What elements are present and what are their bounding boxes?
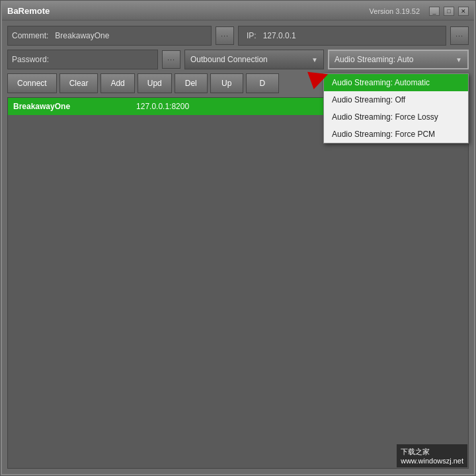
comment-label: Comment: bbox=[8, 31, 52, 40]
window-title: BaRemote bbox=[7, 6, 50, 16]
row-comment-ip: Comment: ··· IP: ··· bbox=[7, 26, 469, 46]
add-button[interactable]: Add bbox=[100, 73, 134, 93]
watermark-line2: www.windowszj.net bbox=[401, 457, 463, 465]
password-input[interactable] bbox=[53, 50, 157, 69]
content-area: Comment: ··· IP: ··· Password: ··· Outbo… bbox=[2, 20, 474, 474]
list-item-address: 127.0.0.1:8200 bbox=[136, 102, 189, 111]
main-window: BaRemote Version 3.19.52 _ □ ✕ Comment: … bbox=[1, 1, 475, 475]
ip-input[interactable] bbox=[260, 26, 446, 45]
audio-dropdown[interactable]: Audio Streaming: Auto ▼ bbox=[328, 50, 469, 69]
connection-dropdown-arrow: ▼ bbox=[311, 56, 318, 63]
close-button[interactable]: ✕ bbox=[458, 7, 469, 16]
list-item-name: BreakawayOne bbox=[13, 102, 70, 111]
comment-group: Comment: bbox=[7, 26, 212, 46]
clear-button[interactable]: Clear bbox=[60, 73, 99, 93]
audio-dropdown-arrow: ▼ bbox=[456, 56, 462, 63]
ip-label: IP: bbox=[243, 31, 260, 40]
connect-button[interactable]: Connect bbox=[7, 73, 57, 93]
maximize-button[interactable]: □ bbox=[444, 7, 454, 16]
upd-button[interactable]: Upd bbox=[138, 73, 172, 93]
audio-dropdown-menu: Audio Streaming: Automatic Audio Streami… bbox=[323, 73, 469, 143]
audio-option-off[interactable]: Audio Streaming: Off bbox=[324, 91, 468, 108]
audio-option-auto[interactable]: Audio Streaming: Automatic bbox=[324, 74, 468, 91]
watermark: 下载之家 www.windowszj.net bbox=[397, 444, 467, 467]
ip-group: IP: bbox=[238, 26, 446, 46]
row-password-dropdowns: Password: ··· Outbound Connection ▼ Audi… bbox=[7, 50, 469, 69]
minimize-button[interactable]: _ bbox=[429, 7, 440, 16]
connection-dropdown[interactable]: Outbound Connection ▼ bbox=[184, 50, 324, 69]
connection-dropdown-label: Outbound Connection bbox=[190, 55, 268, 64]
audio-option-pcm[interactable]: Audio Streaming: Force PCM bbox=[324, 126, 468, 143]
comment-input[interactable] bbox=[52, 26, 211, 45]
version-label: Version 3.19.52 bbox=[370, 7, 420, 15]
up-button[interactable]: Up bbox=[210, 73, 243, 93]
audio-option-lossy[interactable]: Audio Streaming: Force Lossy bbox=[324, 108, 468, 126]
ip-dots-button[interactable]: ··· bbox=[450, 26, 469, 45]
password-label: Password: bbox=[8, 55, 53, 64]
audio-dropdown-label: Audio Streaming: Auto bbox=[335, 55, 413, 64]
comment-dots-button[interactable]: ··· bbox=[216, 26, 234, 45]
watermark-line1: 下载之家 bbox=[401, 447, 463, 457]
del-button[interactable]: Del bbox=[175, 73, 208, 93]
title-bar-controls: Version 3.19.52 _ □ ✕ bbox=[370, 7, 469, 16]
title-bar: BaRemote Version 3.19.52 _ □ ✕ bbox=[2, 2, 474, 20]
password-group: Password: bbox=[7, 50, 158, 69]
connection-list[interactable]: BreakawayOne 127.0.0.1:8200 bbox=[7, 97, 469, 469]
down-button[interactable]: D bbox=[246, 73, 279, 93]
password-dots-button[interactable]: ··· bbox=[162, 50, 180, 69]
